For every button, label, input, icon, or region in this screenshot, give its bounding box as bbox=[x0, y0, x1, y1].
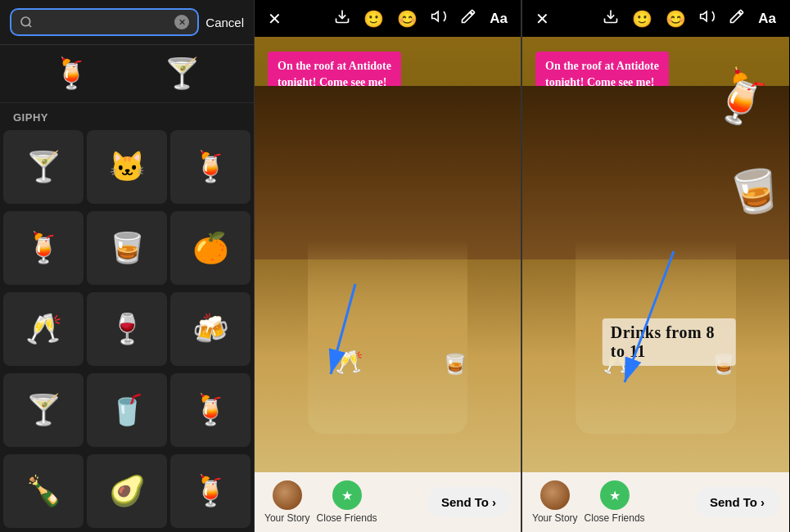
emoji-cocktail-glass[interactable]: 🍹 bbox=[53, 56, 90, 91]
close-friends-label-middle: Close Friends bbox=[317, 512, 377, 524]
story-bottom-bar-right: Your Story ★ Close Friends Send To › bbox=[522, 472, 789, 532]
search-icon bbox=[20, 16, 33, 29]
list-item[interactable]: 🍸 bbox=[3, 130, 84, 204]
story-toolbar-middle: ✕ 🙂 😊 bbox=[255, 0, 521, 37]
clear-button[interactable]: ✕ bbox=[174, 15, 189, 29]
close-friends-label-right: Close Friends bbox=[585, 512, 645, 524]
story-content-middle: On the roof at Antidote tonight! Come se… bbox=[255, 37, 521, 472]
close-friends-icon-middle: ★ bbox=[332, 480, 362, 510]
story-background-middle: On the roof at Antidote tonight! Come se… bbox=[255, 37, 521, 472]
list-item[interactable]: 🍹 bbox=[170, 454, 251, 528]
send-to-button-right[interactable]: Send To › bbox=[695, 487, 779, 517]
search-input[interactable]: cocktail bbox=[39, 15, 168, 29]
emoji-face-icon-right[interactable]: 🙂 bbox=[632, 9, 652, 29]
face-swap-icon-right[interactable]: 😊 bbox=[666, 9, 686, 29]
svg-line-1 bbox=[29, 25, 31, 27]
story-bottom-bar-middle: Your Story ★ Close Friends Send To › bbox=[255, 472, 521, 532]
chevron-right-icon-middle: › bbox=[492, 495, 496, 509]
list-item[interactable]: 🥂 bbox=[3, 292, 84, 366]
cancel-button[interactable]: Cancel bbox=[205, 16, 244, 29]
close-friends-button-middle[interactable]: ★ Close Friends bbox=[317, 480, 377, 524]
list-item[interactable]: 🍹 bbox=[3, 211, 84, 285]
giphy-section-label: GIPHY bbox=[0, 103, 254, 130]
your-story-label-right: Your Story bbox=[532, 512, 578, 524]
volume-icon[interactable] bbox=[431, 8, 447, 29]
list-item[interactable]: 🥃 bbox=[87, 211, 167, 285]
list-item[interactable]: 🍹 bbox=[170, 373, 251, 447]
search-bar: cocktail ✕ Cancel bbox=[0, 0, 254, 45]
story-background-right: On the roof at Antidote tonight! Come se… bbox=[522, 37, 789, 472]
svg-marker-7 bbox=[701, 11, 707, 21]
emoji-martini-glass[interactable]: 🍸 bbox=[164, 56, 201, 91]
emoji-row: 🍹 🍸 bbox=[0, 45, 254, 103]
close-friends-button-right[interactable]: ★ Close Friends bbox=[585, 480, 645, 524]
search-input-wrapper[interactable]: cocktail ✕ bbox=[10, 8, 199, 36]
text-tool-icon-right[interactable]: Aa bbox=[758, 11, 776, 27]
face-swap-icon[interactable]: 😊 bbox=[397, 9, 418, 29]
list-item[interactable]: 🍊 bbox=[170, 211, 251, 285]
your-story-label-middle: Your Story bbox=[264, 512, 310, 524]
list-item[interactable]: 🍹 bbox=[170, 130, 251, 204]
list-item[interactable]: 🍾 bbox=[3, 454, 84, 528]
bar-scene-middle: 🥂 🥃 bbox=[255, 86, 521, 472]
list-item[interactable]: 🍻 bbox=[170, 292, 251, 366]
toolbar-icons-right: 🙂 😊 Aa bbox=[334, 8, 508, 29]
star-icon-right: ★ bbox=[609, 488, 621, 503]
avatar-right bbox=[540, 480, 570, 510]
your-story-button-middle[interactable]: Your Story bbox=[264, 480, 310, 524]
star-icon-middle: ★ bbox=[341, 488, 353, 503]
right-panel: ✕ 🙂 😊 bbox=[521, 0, 789, 532]
list-item[interactable]: 🥤 bbox=[87, 373, 167, 447]
chevron-right-icon-right: › bbox=[761, 495, 765, 509]
close-icon[interactable]: ✕ bbox=[268, 9, 282, 29]
close-icon-right[interactable]: ✕ bbox=[535, 9, 549, 29]
svg-point-0 bbox=[21, 17, 30, 26]
svg-marker-3 bbox=[432, 11, 439, 21]
send-to-button-middle[interactable]: Send To › bbox=[427, 487, 511, 517]
svg-line-9 bbox=[625, 251, 674, 382]
list-item[interactable]: 🥑 bbox=[87, 454, 167, 528]
send-to-label-middle: Send To bbox=[441, 495, 489, 509]
sticker-grid: 🍸 🐱 🍹 🍹 🥃 🍊 🥂 🍷 🍻 🍸 🥤 🍹 🍾 🥑 🍹 bbox=[0, 130, 254, 532]
annotation-arrow-right bbox=[592, 243, 698, 407]
toolbar-icons-right-panel: 🙂 😊 Aa bbox=[603, 8, 776, 29]
close-friends-icon-right: ★ bbox=[600, 480, 630, 510]
download-icon[interactable] bbox=[334, 8, 350, 29]
send-to-label-right: Send To bbox=[710, 495, 757, 509]
list-item[interactable]: 🍷 bbox=[87, 292, 167, 366]
story-toolbar-right: ✕ 🙂 😊 bbox=[522, 0, 789, 37]
your-story-button-right[interactable]: Your Story bbox=[532, 480, 578, 524]
middle-panel: ✕ 🙂 😊 bbox=[254, 0, 521, 532]
list-item[interactable]: 🐱 bbox=[87, 130, 167, 204]
emoji-face-icon[interactable]: 🙂 bbox=[363, 9, 384, 29]
left-panel: cocktail ✕ Cancel 🍹 🍸 GIPHY 🍸 🐱 🍹 🍹 🥃 🍊 … bbox=[0, 0, 254, 532]
avatar-middle bbox=[273, 480, 302, 510]
list-item[interactable]: 🍸 bbox=[3, 373, 84, 447]
story-content-right: On the roof at Antidote tonight! Come se… bbox=[522, 37, 789, 472]
text-tool-icon[interactable]: Aa bbox=[490, 11, 508, 27]
volume-icon-right[interactable] bbox=[699, 8, 716, 29]
brush-icon-right[interactable] bbox=[729, 8, 745, 29]
download-icon-right[interactable] bbox=[603, 8, 619, 29]
brush-icon[interactable] bbox=[460, 8, 476, 29]
